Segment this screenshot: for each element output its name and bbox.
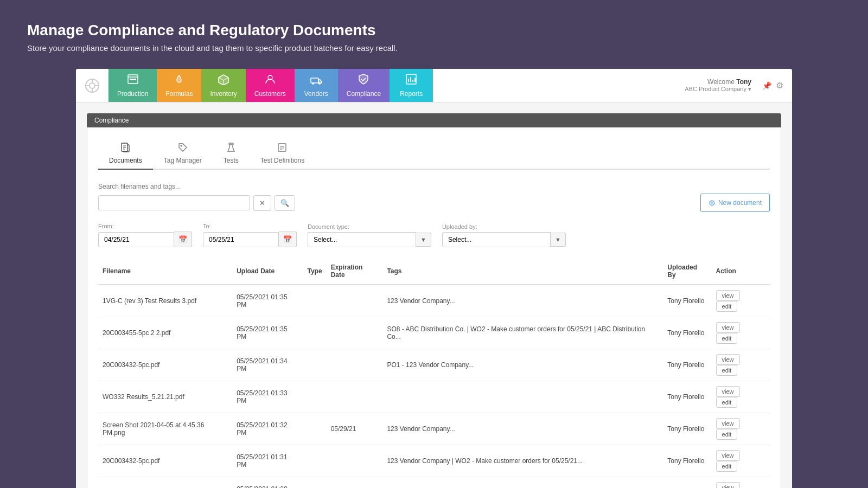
tabs: Documents Tag Manager Tests — [98, 138, 770, 170]
documents-table: Filename Upload Date Type Expiration Dat… — [98, 258, 770, 488]
settings-icon[interactable]: ⚙ — [776, 80, 783, 91]
cell-action: viewedit — [712, 381, 770, 413]
username: Tony — [736, 78, 751, 86]
cell-upload-date: 05/25/2021 01:34 PM — [232, 349, 303, 381]
from-date-input[interactable] — [98, 232, 174, 247]
nav-item-production[interactable]: Production — [108, 69, 157, 102]
cell-action: viewedit — [712, 413, 770, 445]
nav-item-formulas[interactable]: Formulas — [157, 69, 201, 102]
view-button-row-2[interactable]: view — [716, 354, 740, 365]
inventory-label: Inventory — [210, 90, 237, 98]
edit-button-row-1[interactable]: edit — [716, 333, 738, 344]
cell-filename: 1VG-C (rev 3) Test Results 3.pdf — [98, 285, 232, 317]
cell-upload-date: 05/25/2021 01:33 PM — [232, 381, 303, 413]
cell-uploaded-by: Tony Fiorello — [663, 477, 711, 489]
table-row: Screen Shot 2021-04-05 at 4.45.36 PM.png… — [98, 413, 770, 445]
compliance-label: Compliance — [347, 90, 381, 98]
svg-rect-9 — [132, 79, 134, 80]
cell-type — [303, 413, 327, 445]
new-document-button[interactable]: ⊕ New document — [700, 194, 770, 212]
filter-from: From: 📅 — [98, 223, 192, 247]
filters-row: From: 📅 To: 📅 Docume — [98, 223, 770, 247]
tab-test-definitions[interactable]: Test Definitions — [250, 138, 315, 170]
content-area: Compliance Documents Tag Manager — [76, 102, 792, 488]
col-uploaded-by: Uploaded By — [663, 258, 711, 285]
pin-icon[interactable]: 📌 — [762, 81, 771, 90]
svg-point-14 — [318, 82, 321, 85]
cell-filename: WO332 Results_5.21.21.pdf — [98, 381, 232, 413]
uploaded-by-arrow: ▼ — [551, 233, 566, 247]
table-head: Filename Upload Date Type Expiration Dat… — [98, 258, 770, 285]
customers-icon — [264, 73, 276, 88]
cell-tags: PO1 - 123 Vendor Company | ABC Distribut… — [382, 477, 663, 489]
tab-test-definitions-label: Test Definitions — [260, 157, 304, 164]
tag-manager-tab-icon — [178, 143, 188, 155]
nav-action-icons: 📌 ⚙ — [762, 80, 783, 91]
edit-button-row-5[interactable]: edit — [716, 461, 738, 472]
uploaded-by-select-wrap: Select... ▼ — [442, 232, 566, 247]
uploaded-by-select[interactable]: Select... — [442, 232, 551, 247]
search-input[interactable] — [98, 195, 250, 210]
tab-documents[interactable]: Documents — [98, 138, 153, 170]
cell-filename: 12-20-20 VG-B Test Results.pdf — [98, 477, 232, 489]
cell-action: viewedit — [712, 349, 770, 381]
doc-type-select[interactable]: Select... — [308, 232, 416, 247]
nav-logo[interactable] — [76, 69, 108, 102]
to-date-input[interactable] — [203, 232, 279, 247]
tab-tag-manager[interactable]: Tag Manager — [153, 138, 213, 170]
cell-expiration-date — [327, 381, 383, 413]
edit-button-row-0[interactable]: edit — [716, 301, 738, 312]
production-icon — [127, 73, 139, 88]
nav-item-compliance[interactable]: Compliance — [338, 69, 390, 102]
filter-to: To: 📅 — [203, 223, 297, 247]
tab-tests-label: Tests — [224, 157, 239, 164]
edit-button-row-2[interactable]: edit — [716, 365, 738, 376]
from-calendar-btn[interactable]: 📅 — [174, 232, 192, 247]
view-button-row-6[interactable]: view — [716, 482, 740, 488]
cell-expiration-date: 05/29/21 — [327, 413, 383, 445]
welcome-text: Welcome Tony — [707, 78, 751, 86]
from-input-wrap: 📅 — [98, 232, 192, 247]
nav-item-vendors[interactable]: Vendors — [295, 69, 338, 102]
nav-item-customers[interactable]: Customers — [246, 69, 295, 102]
nav-item-reports[interactable]: Reports — [390, 69, 433, 102]
cell-type — [303, 445, 327, 477]
tab-documents-label: Documents — [109, 157, 142, 164]
welcome-section: Welcome Tony ABC Product Company ▾ — [685, 78, 756, 93]
table-row: WO332 Results_5.21.21.pdf05/25/2021 01:3… — [98, 381, 770, 413]
company-name[interactable]: ABC Product Company ▾ — [685, 86, 751, 93]
cell-tags: PO1 - 123 Vendor Company... — [382, 349, 663, 381]
cell-type — [303, 285, 327, 317]
to-calendar-btn[interactable]: 📅 — [279, 232, 297, 247]
edit-button-row-4[interactable]: edit — [716, 429, 738, 440]
col-tags: Tags — [382, 258, 663, 285]
view-button-row-3[interactable]: view — [716, 386, 740, 397]
svg-point-24 — [180, 145, 182, 147]
cell-action: viewedit — [712, 445, 770, 477]
cell-action: viewedit — [712, 317, 770, 349]
col-filename: Filename — [98, 258, 232, 285]
cell-filename: 20C003432-5pc.pdf — [98, 349, 232, 381]
cell-expiration-date — [327, 285, 383, 317]
view-button-row-1[interactable]: view — [716, 322, 740, 333]
filter-uploaded-by: Uploaded by: Select... ▼ — [442, 223, 566, 247]
nav-items: Production Formulas Inventory — [108, 69, 676, 102]
view-button-row-5[interactable]: view — [716, 450, 740, 461]
cell-type — [303, 349, 327, 381]
svg-rect-12 — [311, 78, 318, 83]
svg-rect-26 — [278, 144, 286, 151]
view-button-row-0[interactable]: view — [716, 290, 740, 301]
cell-filename: 20C003455-5pc 2 2.pdf — [98, 317, 232, 349]
cell-expiration-date — [327, 317, 383, 349]
hero-section: Manage Compliance and Regulatory Documen… — [0, 0, 868, 69]
table-row: 20C003432-5pc.pdf05/25/2021 01:34 PMPO1 … — [98, 349, 770, 381]
test-definitions-tab-icon — [277, 143, 287, 155]
tab-tests[interactable]: Tests — [213, 138, 250, 170]
formulas-icon — [173, 73, 185, 88]
edit-button-row-3[interactable]: edit — [716, 397, 738, 408]
nav-item-inventory[interactable]: Inventory — [201, 69, 245, 102]
search-go-btn[interactable]: 🔍 — [275, 195, 295, 211]
cell-expiration-date — [327, 477, 383, 489]
search-clear-btn[interactable]: ✕ — [253, 195, 271, 211]
view-button-row-4[interactable]: view — [716, 418, 740, 429]
